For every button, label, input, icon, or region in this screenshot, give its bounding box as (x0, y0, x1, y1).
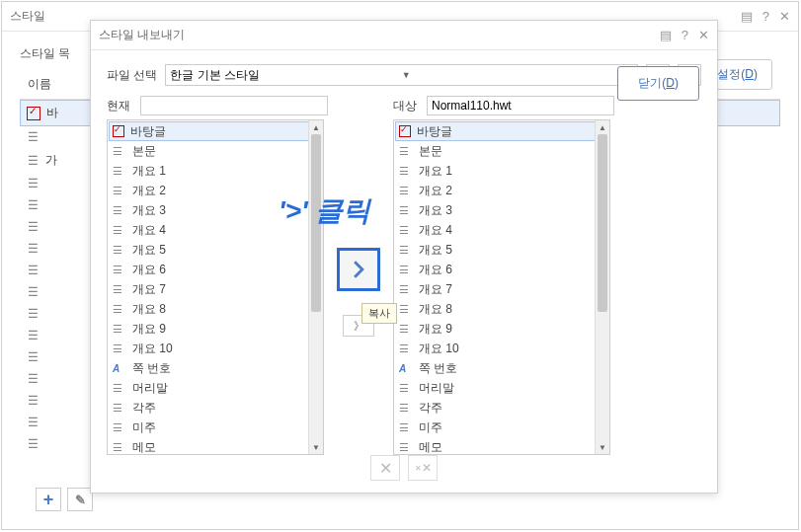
list-item[interactable]: ☰개요 4 (395, 220, 608, 240)
list-item-label: 본문 (419, 143, 442, 160)
menu-icon[interactable]: ▤ (741, 9, 753, 24)
list-item[interactable]: ☰개요 9 (109, 319, 322, 339)
list-item[interactable]: ☰머리말 (395, 378, 608, 398)
scroll-down-icon[interactable]: ▼ (596, 440, 609, 454)
paragraph-icon: ☰ (399, 303, 413, 316)
paragraph-icon: ☰ (113, 145, 126, 158)
list-item-label: 본문 (132, 143, 156, 160)
close-icon[interactable]: ✕ (698, 28, 709, 42)
list-item-label: 개요 5 (132, 242, 166, 259)
file-select-combo[interactable]: 한글 기본 스타일 ▼ (165, 64, 638, 86)
paragraph-icon: ☰ (26, 350, 40, 364)
list-item-label: 개요 2 (132, 183, 166, 199)
list-item[interactable]: ☰개요 7 (109, 279, 322, 299)
copy-right-button[interactable] (337, 248, 380, 291)
font-aa-icon: A (113, 363, 126, 374)
help-icon[interactable]: ? (762, 9, 769, 24)
paragraph-icon: ☰ (113, 185, 126, 197)
list-item-label: 개요 1 (419, 163, 452, 180)
scrollbar[interactable]: ▲ ▼ (308, 120, 323, 454)
list-item-label: 바탕글 (130, 123, 166, 140)
list-item[interactable]: ☰개요 10 (109, 339, 322, 358)
export-titlebar: 스타일 내보내기 ▤ ? ✕ (91, 21, 717, 50)
scroll-down-icon[interactable]: ▼ (309, 440, 323, 454)
paragraph-icon: ☰ (113, 244, 126, 257)
target-styles-list[interactable]: 바탕글☰본문☰개요 1☰개요 2☰개요 3☰개요 4☰개요 5☰개요 6☰개요 … (393, 119, 610, 455)
export-styles-window: 스타일 내보내기 ▤ ? ✕ 파일 선택 한글 기본 스타일 ▼ 📂 + 현재 … (90, 20, 718, 494)
paragraph-icon: ☰ (26, 329, 40, 342)
list-item[interactable]: ☰개요 1 (109, 161, 322, 181)
paragraph-icon: ☰ (26, 177, 40, 190)
list-item[interactable]: ☰본문 (395, 141, 608, 161)
list-item[interactable]: ☰미주 (109, 418, 322, 437)
paragraph-icon: ☰ (113, 342, 126, 355)
list-item[interactable]: ☰메모 (395, 437, 608, 454)
list-item[interactable]: ☰개요 1 (395, 161, 608, 181)
list-item-label: 메모 (419, 439, 442, 455)
paragraph-icon: ☰ (399, 421, 413, 434)
list-item[interactable]: ☰메모 (109, 437, 322, 454)
scroll-thumb[interactable] (598, 134, 607, 312)
add-style-button[interactable]: + (36, 488, 61, 511)
list-item[interactable]: ☰개요 5 (109, 240, 322, 260)
export-title: 스타일 내보내기 (99, 27, 660, 43)
list-item[interactable]: ☰각주 (109, 398, 322, 418)
list-item-label: 미주 (419, 419, 442, 436)
target-input[interactable] (427, 96, 614, 115)
paragraph-icon: ☰ (26, 154, 40, 168)
list-item[interactable]: ☰개요 3 (109, 200, 322, 220)
scroll-thumb[interactable] (311, 134, 321, 312)
list-item[interactable]: ☰개요 5 (395, 240, 608, 260)
help-icon[interactable]: ? (681, 28, 688, 42)
paragraph-icon: ☰ (26, 220, 40, 234)
paragraph-icon: ☰ (399, 165, 413, 178)
current-label: 현재 (107, 98, 134, 114)
list-item[interactable]: A쪽 번호 (395, 358, 608, 378)
list-item[interactable]: 바탕글 (395, 121, 608, 141)
paragraph-icon: ☰ (26, 198, 40, 212)
list-item[interactable]: ☰개요 2 (109, 181, 322, 200)
list-item[interactable]: ☰미주 (395, 418, 608, 437)
list-item-label: 각주 (132, 400, 156, 417)
list-item[interactable]: ☰개요 6 (395, 260, 608, 279)
list-item[interactable]: ☰개요 9 (395, 319, 608, 339)
close-icon[interactable]: ✕ (779, 9, 790, 24)
paragraph-icon: ☰ (399, 402, 413, 415)
scroll-up-icon[interactable]: ▲ (309, 120, 323, 134)
menu-icon[interactable]: ▤ (660, 28, 672, 42)
list-item[interactable]: ☰본문 (109, 141, 322, 161)
list-item-label: 쪽 번호 (132, 360, 171, 377)
paragraph-icon: ☰ (113, 323, 126, 336)
list-item[interactable]: A쪽 번호 (109, 358, 322, 378)
scrollbar[interactable]: ▲ ▼ (595, 120, 609, 454)
list-item[interactable]: ☰개요 7 (395, 279, 608, 299)
paragraph-icon: ☰ (113, 165, 126, 178)
paragraph-icon: ☰ (26, 242, 40, 256)
close-button[interactable]: 닫기(D) (617, 66, 699, 101)
list-item[interactable]: ☰개요 6 (109, 260, 322, 279)
list-item[interactable]: ☰머리말 (109, 378, 322, 398)
list-item-label: 개요 3 (132, 202, 166, 219)
list-item-label: 개요 3 (419, 202, 452, 219)
paragraph-icon: ☰ (113, 204, 126, 217)
list-item[interactable]: ☰개요 4 (109, 220, 322, 240)
delete-x-button[interactable]: ✕✕ (408, 455, 438, 481)
paragraph-icon: ☰ (26, 307, 40, 321)
paragraph-icon: ☰ (26, 416, 40, 429)
list-item[interactable]: ☰개요 10 (395, 339, 608, 358)
scroll-up-icon[interactable]: ▲ (596, 120, 609, 134)
list-item-label: 개요 10 (132, 341, 173, 357)
list-item[interactable]: ☰개요 8 (109, 299, 322, 319)
list-item[interactable]: ☰개요 8 (395, 299, 608, 319)
list-item-label: 개요 7 (132, 281, 166, 298)
list-item[interactable]: ☰개요 3 (395, 200, 608, 220)
check-icon (27, 107, 40, 120)
delete-button[interactable]: ✕ (370, 455, 400, 481)
current-input[interactable] (140, 96, 328, 115)
current-styles-list[interactable]: 바탕글☰본문☰개요 1☰개요 2☰개요 3☰개요 4☰개요 5☰개요 6☰개요 … (107, 119, 324, 455)
chevron-down-icon: ▼ (402, 70, 633, 80)
list-item[interactable]: 바탕글 (109, 121, 322, 141)
list-item[interactable]: ☰개요 2 (395, 181, 608, 200)
paragraph-icon: ☰ (399, 224, 413, 237)
list-item[interactable]: ☰각주 (395, 398, 608, 418)
